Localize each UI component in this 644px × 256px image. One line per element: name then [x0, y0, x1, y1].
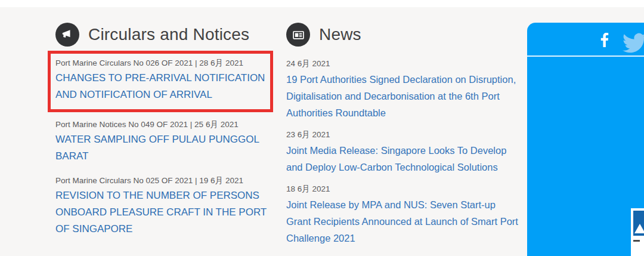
- highlight-box: Port Marine Circulars No 026 OF 2021 | 2…: [48, 51, 273, 112]
- circulars-header: Circulars and Notices: [55, 23, 274, 47]
- circular-link[interactable]: WATER SAMPLING OFF PULAU PUNGGOL BARAT: [55, 131, 269, 165]
- news-item: 18 6月 2021 Joint Release by MPA and NUS:…: [286, 184, 520, 246]
- circular-item: Port Marine Notices No 049 OF 2021 | 25 …: [48, 119, 273, 165]
- circular-meta: Port Marine Notices No 049 OF 2021 | 25 …: [55, 119, 269, 129]
- twitter-icon[interactable]: [623, 31, 644, 55]
- news-header: News: [286, 23, 520, 47]
- newspaper-icon: [286, 23, 310, 47]
- circular-item: Port Marine Circulars No 025 OF 2021 | 1…: [48, 175, 273, 238]
- circular-link[interactable]: CHANGES TO PRE-ARRIVAL NOTIFICATION AND …: [55, 70, 267, 103]
- circulars-section: Circulars and Notices Port Marine Circul…: [48, 23, 274, 238]
- news-title: News: [319, 25, 361, 44]
- circular-meta: Port Marine Circulars No 025 OF 2021 | 1…: [55, 175, 269, 186]
- tweet-text-fragment: [633, 240, 640, 242]
- news-date: 18 6月 2021: [286, 184, 520, 194]
- social-panel-header: [527, 23, 644, 57]
- news-list: 24 6月 2021 19 Port Authorities Signed De…: [286, 58, 520, 246]
- circular-meta: Port Marine Circulars No 026 OF 2021 | 2…: [55, 58, 267, 68]
- avatar: [633, 211, 644, 236]
- news-item: 24 6月 2021 19 Port Authorities Signed De…: [286, 58, 520, 121]
- page: { "page": { "background": "#f7f6f5", "to…: [0, 0, 644, 256]
- news-date: 24 6月 2021: [286, 58, 520, 69]
- news-item: 23 6月 2021 Joint Media Release: Singapor…: [286, 129, 520, 175]
- social-panel: [527, 23, 644, 256]
- news-link[interactable]: Joint Release by MPA and NUS: Seven Star…: [286, 196, 520, 246]
- top-strip: [0, 0, 644, 7]
- news-link[interactable]: Joint Media Release: Singapore Looks To …: [286, 142, 520, 175]
- facebook-icon[interactable]: [595, 30, 614, 50]
- circulars-title: Circulars and Notices: [88, 25, 249, 44]
- circular-item: Port Marine Circulars No 026 OF 2021 | 2…: [55, 58, 267, 103]
- news-date: 23 6月 2021: [286, 129, 520, 140]
- tweet-card[interactable]: [631, 208, 644, 256]
- news-section: News 24 6月 2021 19 Port Authorities Sign…: [286, 23, 520, 255]
- news-link[interactable]: 19 Port Authorities Signed Declaration o…: [286, 71, 520, 121]
- circular-link[interactable]: REVISION TO THE NUMBER OF PERSONS ONBOAR…: [55, 187, 269, 238]
- megaphone-icon: [55, 23, 79, 47]
